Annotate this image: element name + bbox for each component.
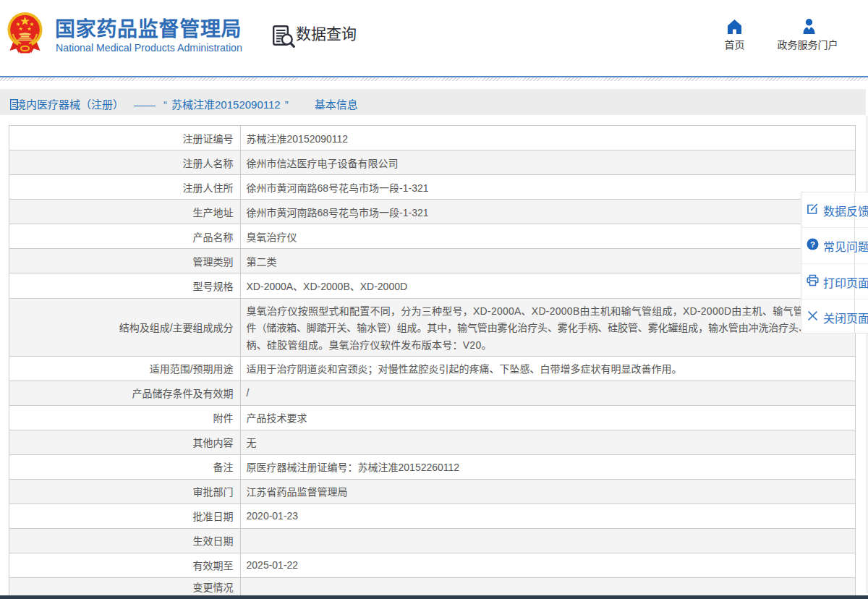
svg-text:?: ? — [810, 240, 815, 249]
